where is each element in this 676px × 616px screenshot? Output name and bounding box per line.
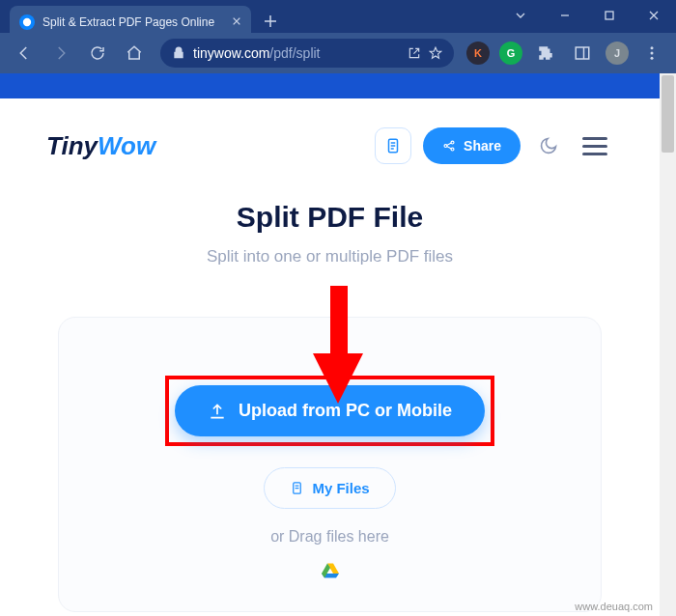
dark-mode-toggle[interactable] (532, 129, 565, 162)
browser-menu-button[interactable] (635, 37, 668, 70)
lock-icon (172, 46, 185, 60)
browser-toolbar: tinywow.com/pdf/split K G J (0, 33, 676, 73)
new-tab-button[interactable] (257, 8, 284, 35)
files-icon (290, 481, 304, 495)
google-drive-icon (322, 563, 339, 578)
extension-k-icon[interactable]: K (466, 42, 490, 65)
extensions-button[interactable] (529, 37, 562, 70)
profile-avatar[interactable]: J (606, 42, 629, 65)
minimize-button[interactable] (543, 0, 587, 31)
scrollbar[interactable] (660, 73, 676, 616)
svg-point-2 (651, 46, 654, 49)
share-url-icon[interactable] (408, 46, 421, 60)
url-bar[interactable]: tinywow.com/pdf/split (160, 39, 454, 68)
upload-card: Upload from PC or Mobile My Files or Dra… (58, 317, 602, 612)
highlight-annotation: Upload from PC or Mobile (165, 376, 494, 446)
side-panel-button[interactable] (566, 37, 599, 70)
site-header: TinyWow Share (0, 98, 660, 182)
tab-favicon (19, 14, 35, 30)
extension-g-icon[interactable]: G (499, 42, 522, 65)
watermark: www.deuaq.com (575, 601, 653, 612)
drag-hint-text: or Drag files here (88, 528, 572, 546)
maximize-button[interactable] (587, 0, 632, 31)
scrollbar-thumb[interactable] (662, 75, 674, 153)
hamburger-menu-button[interactable] (577, 131, 613, 161)
my-files-label: My Files (312, 480, 369, 496)
logo-part1: Tiny (46, 131, 98, 160)
page-title: Split PDF File (0, 201, 660, 234)
tab-title: Split & Extract PDF Pages Online (42, 15, 224, 29)
svg-point-4 (651, 57, 654, 60)
page-content: TinyWow Share Split PDF File Split into … (0, 73, 660, 616)
svg-rect-1 (576, 47, 589, 59)
site-banner (0, 73, 660, 98)
google-drive-button[interactable] (88, 563, 572, 582)
window-titlebar: Split & Extract PDF Pages Online (0, 0, 676, 33)
upload-icon (208, 402, 227, 421)
upload-button-label: Upload from PC or Mobile (239, 401, 452, 421)
my-files-button[interactable]: My Files (264, 467, 395, 509)
back-button[interactable] (8, 37, 41, 70)
close-button[interactable] (632, 0, 676, 31)
close-icon[interactable] (232, 15, 241, 29)
home-button[interactable] (118, 37, 151, 70)
star-icon[interactable] (429, 46, 442, 60)
documents-button[interactable] (375, 127, 411, 164)
chevron-down-icon[interactable] (498, 0, 543, 31)
share-label: Share (464, 138, 501, 154)
forward-button[interactable] (44, 37, 77, 70)
upload-button[interactable]: Upload from PC or Mobile (175, 385, 485, 436)
window-controls (498, 0, 676, 37)
url-text: tinywow.com/pdf/split (193, 45, 400, 61)
page-subtitle: Split into one or multiple PDF files (0, 247, 660, 266)
share-icon (442, 139, 456, 153)
moon-icon (539, 136, 558, 155)
browser-tab[interactable]: Split & Extract PDF Pages Online (10, 6, 251, 39)
site-logo[interactable]: TinyWow (46, 131, 155, 161)
reload-button[interactable] (81, 37, 114, 70)
logo-part2: Wow (98, 131, 155, 160)
document-icon (384, 137, 402, 154)
svg-point-3 (651, 52, 654, 55)
svg-rect-0 (606, 12, 613, 19)
share-button[interactable]: Share (423, 127, 521, 164)
